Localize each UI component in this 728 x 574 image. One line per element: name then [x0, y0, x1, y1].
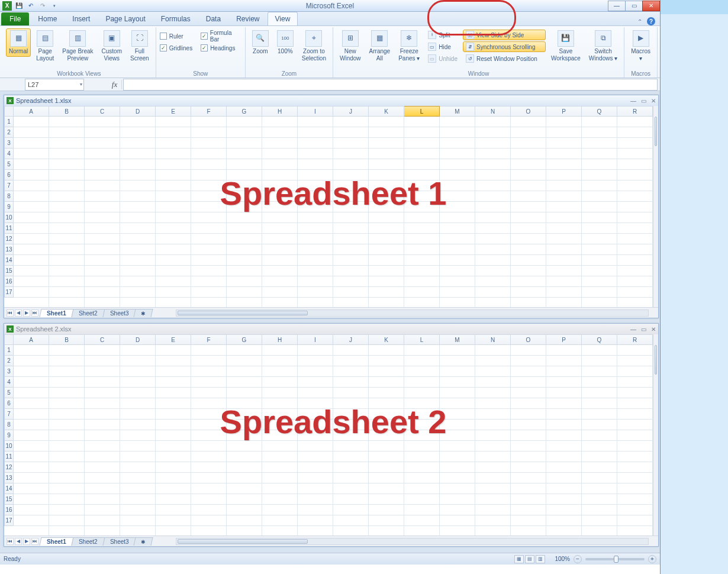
view-side-by-side-button[interactable]: ▯▯View Side by Side	[463, 30, 546, 40]
row-header[interactable]: 11	[4, 452, 14, 462]
column-header[interactable]: D	[120, 106, 156, 117]
redo-icon[interactable]: ↷	[38, 1, 47, 11]
full-screen-button[interactable]: ⛶Full Screen	[127, 28, 152, 63]
ribbon-tab-review[interactable]: Review	[228, 12, 267, 25]
row-header[interactable]: 16	[4, 276, 14, 287]
formula-bar-checkbox[interactable]: ✓Formula Bar	[201, 31, 241, 41]
help-icon[interactable]: ?	[647, 17, 655, 25]
row-header[interactable]: 9	[4, 202, 14, 212]
page-layout-view-button[interactable]: ▤Page Layout	[33, 28, 57, 63]
sheet-tab[interactable]: Sheet3	[102, 309, 136, 317]
formula-input[interactable]	[123, 79, 658, 91]
column-header[interactable]: C	[85, 106, 120, 117]
column-header[interactable]: J	[333, 334, 369, 345]
arrange-all-button[interactable]: ▦Arrange All	[366, 28, 394, 63]
zoom-to-selection-button[interactable]: ⌖Zoom to Selection	[299, 28, 329, 63]
zoom-in-button[interactable]: +	[648, 555, 656, 563]
split-button[interactable]: ⫲Split	[425, 30, 460, 40]
row-header[interactable]: 7	[4, 409, 14, 420]
zoom-out-button[interactable]: −	[574, 555, 582, 563]
row-header[interactable]: 3	[4, 138, 14, 149]
freeze-panes-button[interactable]: ❄Freeze Panes ▾	[395, 28, 423, 63]
ribbon-tab-page-layout[interactable]: Page Layout	[98, 12, 153, 25]
column-header[interactable]: K	[369, 106, 404, 117]
row-header[interactable]: 7	[4, 180, 14, 191]
sheet-tab[interactable]: Sheet2	[71, 309, 105, 317]
sheet-tab[interactable]: Sheet1	[40, 537, 74, 546]
column-header[interactable]: Q	[582, 334, 617, 345]
save-icon[interactable]: 💾	[14, 1, 24, 11]
row-header[interactable]: 13	[4, 473, 14, 483]
row-header[interactable]: 17	[4, 287, 14, 298]
workbook-title-bar[interactable]: XSpreadsheet 2.xlsx—▭✕	[4, 324, 658, 334]
ribbon-tab-insert[interactable]: Insert	[65, 12, 98, 25]
page-break-preview-button[interactable]: ▥Page Break Preview	[59, 28, 96, 63]
column-header[interactable]: L	[404, 106, 440, 117]
row-header[interactable]: 12	[4, 234, 14, 244]
column-header[interactable]: P	[546, 106, 582, 117]
column-header[interactable]: H	[262, 334, 298, 345]
sheet-tab[interactable]: Sheet3	[102, 537, 136, 546]
normal-view-button[interactable]: ▦Normal	[6, 28, 31, 57]
headings-checkbox[interactable]: ✓Headings	[201, 43, 241, 53]
sheet-nav-button[interactable]: ◀	[15, 538, 22, 545]
column-header[interactable]: G	[227, 334, 262, 345]
column-header[interactable]: P	[546, 334, 582, 345]
scrollbar-thumb[interactable]	[655, 345, 657, 375]
column-header[interactable]: M	[440, 334, 475, 345]
vertical-scrollbar[interactable]	[653, 106, 658, 307]
row-header[interactable]: 5	[4, 388, 14, 398]
column-header[interactable]: J	[333, 106, 369, 117]
undo-icon[interactable]: ↶	[26, 1, 36, 11]
row-header[interactable]: 5	[4, 159, 14, 170]
row-header[interactable]: 1	[4, 117, 14, 127]
select-all-corner[interactable]	[4, 106, 14, 117]
scrollbar-thumb[interactable]	[178, 539, 308, 544]
window-close-button[interactable]: ✕	[642, 1, 660, 11]
zoom-percent[interactable]: 100%	[555, 556, 570, 562]
row-header[interactable]: 10	[4, 441, 14, 452]
file-tab[interactable]: File	[1, 12, 29, 25]
vertical-scrollbar[interactable]	[653, 334, 658, 536]
workbook-close-button[interactable]: ✕	[651, 98, 656, 104]
column-header[interactable]: N	[475, 334, 511, 345]
sheet-nav-button[interactable]: ⏮	[7, 309, 14, 317]
row-header[interactable]: 16	[4, 505, 14, 515]
row-header[interactable]: 15	[4, 266, 14, 276]
fx-icon[interactable]: fx	[108, 80, 122, 89]
zoom-slider[interactable]	[585, 558, 645, 560]
row-header[interactable]: 15	[4, 494, 14, 505]
ribbon-tab-formulas[interactable]: Formulas	[153, 12, 198, 25]
cells-area[interactable]: Spreadsheet 1	[14, 117, 653, 307]
workbook-maximize-button[interactable]: ▭	[641, 98, 646, 104]
column-header[interactable]: O	[511, 334, 546, 345]
synchronous-scrolling-button[interactable]: ⇵Synchronous Scrolling	[463, 41, 546, 52]
spreadsheet-grid[interactable]: 1234567891011121314151617ABCDEFGHIJKLMNO…	[4, 106, 658, 307]
zoom-slider-thumb[interactable]	[614, 556, 619, 563]
row-header[interactable]: 4	[4, 377, 14, 388]
ruler-checkbox[interactable]: Ruler	[160, 31, 192, 41]
workbook-title-bar[interactable]: XSpreadsheet 1.xlsx—▭✕	[4, 95, 658, 106]
column-header[interactable]: K	[369, 334, 404, 345]
new-sheet-button[interactable]: ✱	[134, 537, 153, 546]
row-header[interactable]: 6	[4, 170, 14, 180]
column-header[interactable]: R	[617, 106, 653, 117]
workbook-close-button[interactable]: ✕	[651, 326, 656, 333]
hide-button[interactable]: ▭Hide	[425, 41, 460, 52]
ribbon-tab-data[interactable]: Data	[198, 12, 228, 25]
save-workspace-button[interactable]: 💾Save Workspace	[548, 28, 584, 63]
scrollbar-thumb[interactable]	[655, 117, 657, 146]
workbook-minimize-button[interactable]: —	[630, 326, 636, 333]
reset-window-position-button[interactable]: ↺Reset Window Position	[463, 53, 546, 64]
workbook-minimize-button[interactable]: —	[630, 98, 636, 104]
row-header[interactable]: 11	[4, 223, 14, 234]
column-header[interactable]: G	[227, 106, 262, 117]
row-header[interactable]: 13	[4, 244, 14, 255]
new-window-button[interactable]: ⊞New Window	[337, 28, 364, 63]
sheet-nav-button[interactable]: ⏭	[31, 309, 38, 317]
spreadsheet-grid[interactable]: 1234567891011121314151617ABCDEFGHIJKLMNO…	[4, 334, 658, 536]
window-minimize-button[interactable]: —	[608, 1, 626, 11]
name-box[interactable]: L27	[25, 79, 84, 91]
column-header[interactable]: H	[262, 106, 298, 117]
select-all-corner[interactable]	[4, 334, 14, 345]
